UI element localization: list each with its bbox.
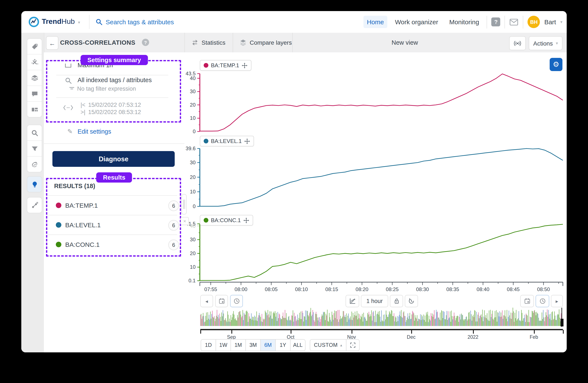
dashboard-icon[interactable]: [27, 102, 42, 117]
y-tick-label: 10: [190, 189, 196, 194]
calendar-icon: [524, 298, 530, 304]
tag-icon[interactable]: [27, 39, 42, 55]
trend-line: [200, 74, 563, 131]
comments-icon[interactable]: [27, 86, 42, 102]
x-tick-label: 08:00: [234, 287, 247, 292]
end-time-button[interactable]: [536, 295, 549, 307]
duration-button[interactable]: 1 hour: [361, 295, 388, 307]
zoom-all[interactable]: ALL: [290, 339, 306, 351]
series-label: BA:LEVEL.1: [211, 138, 242, 144]
rail-search-icon[interactable]: [27, 125, 42, 141]
fingerprint-icon[interactable]: [27, 157, 42, 172]
series-color-dot: [204, 63, 208, 68]
series-label: BA:CONC.1: [211, 217, 241, 223]
move-icon[interactable]: [244, 138, 250, 144]
edit-settings-link[interactable]: Edit settings: [78, 128, 111, 135]
legend-chip-conc[interactable]: BA:CONC.1: [200, 215, 253, 226]
brand-caret-icon[interactable]: ▾: [78, 20, 80, 25]
y-tick-label: 0: [193, 203, 196, 209]
tab-work-organizer[interactable]: Work organizer: [392, 16, 442, 28]
panel-resize-handle[interactable]: [182, 194, 187, 214]
back-button[interactable]: ←: [46, 36, 58, 50]
calendar-icon: [218, 298, 225, 304]
search-input[interactable]: Search tags & attributes: [106, 18, 174, 25]
context-month-label: Oct: [276, 334, 306, 340]
context-month-label: 2022: [458, 334, 488, 340]
range-start: 15/02/2022 07:53:12: [88, 102, 141, 108]
result-count-badge: 6: [168, 200, 179, 211]
compare-layers-button[interactable]: Compare layers: [239, 33, 292, 52]
zoom-1w[interactable]: 1W: [216, 339, 231, 351]
history-button[interactable]: [405, 295, 418, 307]
search-icon[interactable]: [95, 18, 103, 25]
lock-duration-button[interactable]: [390, 295, 403, 307]
user-name[interactable]: Bart: [544, 18, 556, 25]
pan-left-button[interactable]: ◂: [200, 295, 213, 307]
trend-charts[interactable]: 43.540302010039.6302010041.5403020100.10…: [185, 52, 567, 294]
help-icon[interactable]: ?: [491, 18, 501, 26]
trendhub-logo-icon: [28, 16, 40, 28]
tab-home[interactable]: Home: [363, 16, 387, 28]
context-axis-tick: [291, 330, 291, 334]
end-calendar-button[interactable]: [520, 295, 534, 307]
recommendations-icon[interactable]: [27, 177, 42, 192]
trend-compare-icon: [349, 298, 356, 304]
x-tick-label: 08:35: [446, 287, 459, 292]
move-icon[interactable]: [243, 217, 249, 223]
y-tick-label: 40: [190, 223, 196, 229]
zoom-6m[interactable]: 6M: [260, 339, 276, 351]
statistics-button[interactable]: Statistics: [191, 33, 225, 52]
nav-divider: [89, 15, 89, 29]
mail-icon[interactable]: [509, 18, 519, 26]
context-axis-tick: [231, 330, 232, 334]
x-tick-label: 08:40: [477, 287, 489, 292]
calculations-icon[interactable]: [27, 55, 42, 70]
compare-trends-button[interactable]: [346, 295, 359, 307]
clock-icon: [233, 298, 240, 304]
correlations-icon[interactable]: [27, 197, 42, 213]
time-range-icon: [63, 104, 74, 111]
layers-icon[interactable]: [27, 70, 42, 86]
zoom-1m[interactable]: 1M: [231, 339, 246, 351]
filter-icon[interactable]: [27, 141, 42, 157]
context-cursor-handle[interactable]: [561, 319, 564, 326]
settings-divider: [56, 75, 168, 75]
live-mode-button[interactable]: [509, 36, 526, 50]
x-tick-label: 08:30: [416, 287, 429, 292]
context-overview-bar[interactable]: [185, 307, 567, 329]
start-time-button[interactable]: [230, 295, 243, 307]
zoom-3m[interactable]: 3M: [245, 339, 261, 351]
nav-separator: [487, 16, 487, 28]
zoom-1d[interactable]: 1D: [201, 339, 216, 351]
actions-button[interactable]: Actions▾: [529, 36, 563, 50]
toolbar-divider: [185, 33, 185, 52]
result-count-badge: 6: [168, 220, 179, 231]
avatar[interactable]: BH: [528, 16, 540, 28]
result-tag-name: BA:LEVEL.1: [65, 221, 101, 229]
custom-label: CUSTOM: [314, 342, 338, 348]
trend-chart-3[interactable]: 41.5403020100.1: [186, 221, 563, 283]
tab-monitoring[interactable]: Monitoring: [446, 16, 483, 28]
panel-collapse-button[interactable]: ✕: [181, 217, 189, 225]
trend-line: [200, 224, 563, 280]
start-calendar-button[interactable]: [215, 295, 228, 307]
diagnose-button[interactable]: Diagnose: [52, 151, 175, 167]
user-menu-caret-icon[interactable]: ▾: [560, 19, 563, 24]
rail-group-recommend: [27, 176, 42, 192]
trend-chart-2[interactable]: 39.63020100: [186, 146, 563, 209]
zoom-1y[interactable]: 1Y: [275, 339, 291, 351]
panel-help-icon[interactable]: ?: [142, 39, 149, 46]
context-month-label: Sep: [216, 334, 246, 340]
settings-divider: [56, 97, 168, 98]
chart-area: ⚙ BA:TEMP.1 BA:LEVEL.1 BA:CONC.1: [185, 52, 567, 352]
fit-view-button[interactable]: [346, 339, 360, 351]
custom-range-button[interactable]: CUSTOM ▴: [310, 339, 346, 351]
trend-chart-1[interactable]: 43.5403020100: [186, 71, 563, 134]
move-icon[interactable]: [242, 62, 248, 68]
legend-chip-level[interactable]: BA:LEVEL.1: [200, 136, 254, 146]
legend-chip-temp[interactable]: BA:TEMP.1: [200, 60, 252, 71]
pan-right-button[interactable]: ▸: [551, 295, 563, 307]
time-nav-right-group: ▸: [520, 295, 563, 307]
fit-frame-icon: [350, 342, 356, 348]
y-tick-label: 0.1: [189, 278, 196, 283]
